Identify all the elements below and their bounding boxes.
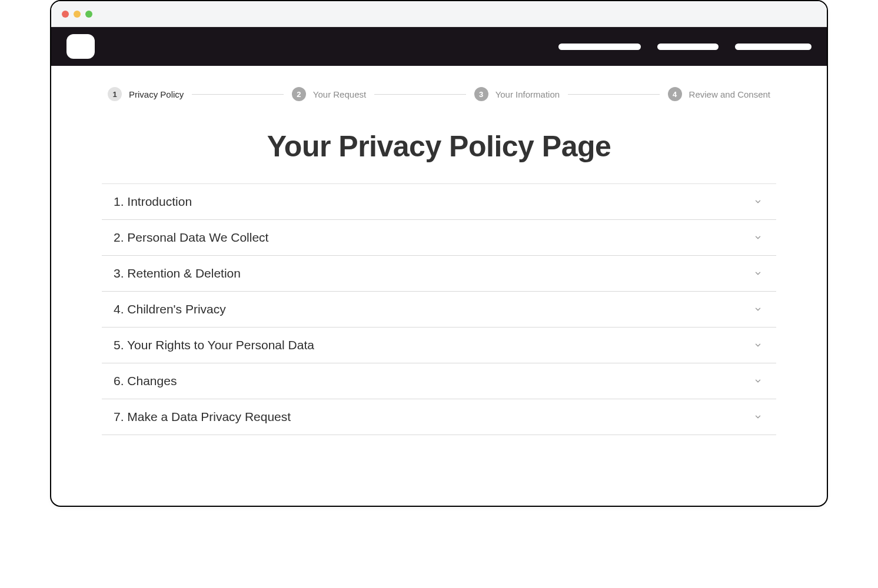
accordion-item-introduction[interactable]: 1. Introduction bbox=[102, 184, 776, 220]
brand-logo[interactable] bbox=[66, 34, 95, 59]
step-number: 4 bbox=[668, 87, 682, 101]
progress-stepper: 1 Privacy Policy 2 Your Request 3 Your I… bbox=[51, 66, 827, 101]
chevron-down-icon bbox=[753, 412, 763, 422]
step-label: Your Information bbox=[495, 89, 560, 99]
step-review-consent[interactable]: 4 Review and Consent bbox=[668, 87, 770, 101]
accordion-label: 7. Make a Data Privacy Request bbox=[114, 410, 291, 424]
accordion-label: 5. Your Rights to Your Personal Data bbox=[114, 338, 314, 352]
step-label: Your Request bbox=[313, 89, 366, 99]
chevron-down-icon bbox=[753, 196, 763, 207]
nav-link-placeholder[interactable] bbox=[558, 44, 641, 50]
accordion-item-retention-deletion[interactable]: 3. Retention & Deletion bbox=[102, 256, 776, 292]
accordion-label: 4. Children's Privacy bbox=[114, 302, 226, 316]
accordion-label: 1. Introduction bbox=[114, 195, 192, 209]
chevron-down-icon bbox=[753, 304, 763, 315]
nav-link-placeholder[interactable] bbox=[735, 44, 812, 50]
accordion-label: 2. Personal Data We Collect bbox=[114, 230, 268, 245]
accordion-item-your-rights[interactable]: 5. Your Rights to Your Personal Data bbox=[102, 328, 776, 363]
accordion-label: 3. Retention & Deletion bbox=[114, 266, 241, 280]
step-your-information[interactable]: 3 Your Information bbox=[474, 87, 560, 101]
top-navbar bbox=[51, 27, 827, 66]
step-number: 3 bbox=[474, 87, 488, 101]
window-maximize-icon[interactable] bbox=[85, 11, 92, 18]
window-titlebar bbox=[51, 1, 827, 27]
chevron-down-icon bbox=[753, 232, 763, 243]
page-title: Your Privacy Policy Page bbox=[102, 129, 776, 163]
nav-links bbox=[558, 44, 812, 50]
accordion-item-make-request[interactable]: 7. Make a Data Privacy Request bbox=[102, 399, 776, 435]
accordion-item-personal-data[interactable]: 2. Personal Data We Collect bbox=[102, 220, 776, 256]
step-label: Review and Consent bbox=[689, 89, 770, 99]
chevron-down-icon bbox=[753, 340, 763, 350]
accordion-label: 6. Changes bbox=[114, 374, 177, 388]
step-your-request[interactable]: 2 Your Request bbox=[292, 87, 366, 101]
accordion-item-changes[interactable]: 6. Changes bbox=[102, 363, 776, 399]
chevron-down-icon bbox=[753, 376, 763, 386]
step-connector bbox=[374, 94, 465, 95]
step-connector bbox=[192, 94, 283, 95]
step-connector bbox=[568, 94, 659, 95]
chevron-down-icon bbox=[753, 268, 763, 279]
step-number: 2 bbox=[292, 87, 306, 101]
step-privacy-policy[interactable]: 1 Privacy Policy bbox=[108, 87, 184, 101]
step-number: 1 bbox=[108, 87, 122, 101]
nav-link-placeholder[interactable] bbox=[657, 44, 719, 50]
window-close-icon[interactable] bbox=[62, 11, 69, 18]
main-content: Your Privacy Policy Page 1. Introduction… bbox=[51, 101, 827, 506]
policy-accordion: 1. Introduction 2. Personal Data We Coll… bbox=[102, 183, 776, 435]
window-minimize-icon[interactable] bbox=[74, 11, 81, 18]
step-label: Privacy Policy bbox=[129, 89, 184, 99]
browser-window: 1 Privacy Policy 2 Your Request 3 Your I… bbox=[50, 0, 828, 507]
accordion-item-childrens-privacy[interactable]: 4. Children's Privacy bbox=[102, 292, 776, 328]
